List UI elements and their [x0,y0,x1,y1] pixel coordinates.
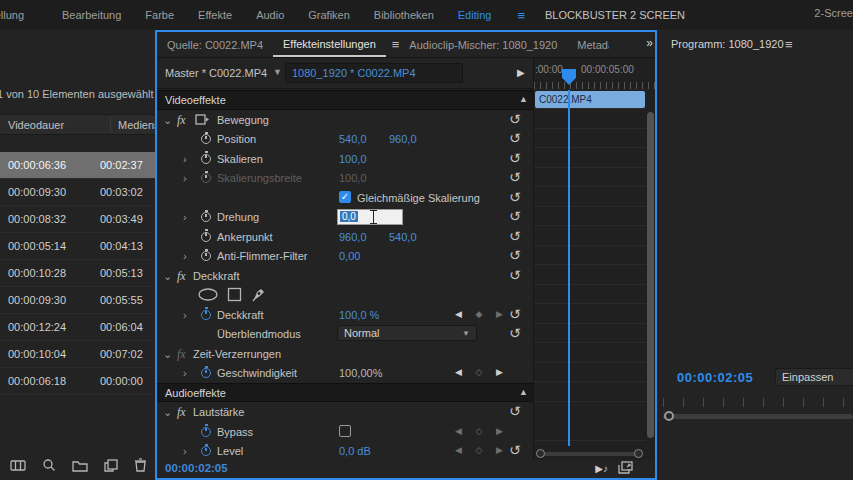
property-row-skalierungsbreite[interactable]: › Skalierungsbreite 100,0 ↺ [157,168,533,188]
timeline-zoom-bar[interactable] [536,449,643,458]
effect-row-deckkraft[interactable]: ⌄ fx Deckkraft ↺ [157,266,533,286]
scrubber-track[interactable] [663,414,853,419]
panel-menu-icon[interactable]: ≡ [392,37,400,52]
fx-badge-icon[interactable]: fx [177,405,186,420]
scrubber-playhead[interactable] [664,411,674,421]
workspace-menu-icon[interactable]: ≡ [517,8,525,23]
tab-audioclip-mischer[interactable]: Audioclip-Mischer: 1080_1920 [399,32,567,57]
zoom-bar-left-handle[interactable] [536,449,545,458]
next-keyframe-icon[interactable]: ▶ [496,367,503,377]
skalieren-value[interactable]: 100,0 [339,153,367,165]
next-keyframe-icon[interactable]: ▶ [496,445,503,455]
prev-keyframe-icon[interactable]: ◀ [455,367,462,377]
checkbox-unchecked-icon[interactable] [339,425,351,437]
workspace-tab-effekte[interactable]: Effekte [198,9,256,21]
property-row-geschwindigkeit[interactable]: › Geschwindigkeit 100,00% ◀◇▶ [157,363,533,383]
blend-mode-dropdown[interactable]: Normal ▼ [337,325,477,341]
effects-timeline-ruler[interactable]: :00:00 00:00:05:00 [533,58,655,89]
next-keyframe-icon[interactable]: ▶ [496,309,503,319]
video-effects-header[interactable]: Videoeffekte ▲ [157,90,533,110]
table-row[interactable]: 00:00:09:30 00:03:02 [0,179,155,206]
table-row[interactable]: 00:00:10:04 00:07:02 [0,341,155,368]
reset-icon[interactable]: ↺ [509,229,521,244]
next-keyframe-icon[interactable]: ▶ [496,426,503,436]
twirl-closed-icon[interactable]: › [183,250,187,262]
effects-timeline[interactable]: C0022.MP4 [533,90,655,460]
table-row[interactable]: 00:00:06:36 00:02:37 [0,152,155,179]
property-row-skalieren[interactable]: › Skalieren 100,0 ↺ [157,149,533,169]
prev-keyframe-icon[interactable]: ◀ [455,426,462,436]
ankerpunkt-y-value[interactable]: 540,0 [389,231,417,243]
workspace-tab-farbe[interactable]: Farbe [145,9,198,21]
add-keyframe-icon[interactable]: ◇ [476,426,483,436]
play-audio-only-icon[interactable]: ▶♪ [595,463,608,474]
position-y-value[interactable]: 960,0 [389,133,417,145]
twirl-closed-icon[interactable]: › [183,153,187,165]
current-timecode[interactable]: 00:00:02:05 [165,462,228,474]
position-x-value[interactable]: 540,0 [339,133,367,145]
zoom-bar-track[interactable] [540,452,639,456]
workspace-tab-bibliotheken[interactable]: Bibliotheken [374,9,458,21]
ankerpunkt-x-value[interactable]: 960,0 [339,231,367,243]
property-row-anti-flimmer[interactable]: › Anti-Flimmer-Filter 0,00 ↺ [157,246,533,266]
table-row[interactable]: 00:00:05:14 00:04:13 [0,233,155,260]
workspace-tab-2-screen[interactable]: 2-Screen [814,7,853,19]
table-row[interactable]: 00:00:12:24 00:06:04 [0,314,155,341]
collapse-triangle-icon[interactable]: ▲ [519,387,528,397]
tab-effekteinstellungen[interactable]: Effekteinstellungen [273,32,386,57]
reset-icon[interactable]: ↺ [509,190,521,205]
stopwatch-icon-active[interactable] [201,427,211,437]
table-row[interactable]: 00:00:06:18 00:00:00 [0,368,155,395]
icon-view-icon[interactable] [10,459,26,472]
zoom-level-dropdown[interactable]: Einpassen ▼ [775,368,853,386]
reset-icon[interactable]: ↺ [509,170,521,185]
workspace-tab-audio[interactable]: Audio [256,9,308,21]
property-row-drehung[interactable]: › Drehung 0,0 ↺ [157,207,533,227]
property-row-gleichmaessige-skalierung[interactable]: ✓ Gleichmäßige Skalierung ↺ [157,188,533,208]
twirl-closed-icon[interactable]: › [183,211,187,223]
tab-quelle[interactable]: Quelle: C0022.MP4 [157,32,273,57]
property-row-level[interactable]: › Level 0,0 dB ◀◇▶ ↺ [157,441,533,461]
add-keyframe-icon[interactable]: ◇ [476,445,483,455]
prev-keyframe-icon[interactable]: ◀ [455,445,462,455]
stopwatch-icon[interactable] [201,232,211,242]
checkbox-checked-icon[interactable]: ✓ [339,191,351,203]
vertical-scrollbar[interactable] [647,112,654,438]
twirl-open-icon[interactable]: ⌄ [163,406,172,419]
sequence-clip-selector[interactable]: 1080_1920 * C0022.MP4 [285,63,463,83]
fx-badge-icon[interactable]: fx [177,269,186,284]
stopwatch-icon[interactable] [201,212,211,222]
drehung-value-input[interactable]: 0,0 [337,209,403,225]
prev-keyframe-icon[interactable]: ◀ [455,309,462,319]
reset-icon[interactable]: ↺ [509,248,521,263]
reset-icon[interactable]: ↺ [509,443,521,458]
stopwatch-icon[interactable] [201,251,211,261]
rectangle-mask-icon[interactable] [227,287,242,302]
column-header-videodauer[interactable]: Videodauer [8,119,64,131]
column-header-medienstart[interactable]: Medienstart [118,119,155,131]
reset-icon[interactable]: ↺ [509,112,521,127]
twirl-open-icon[interactable]: ⌄ [163,348,172,361]
audio-effects-header[interactable]: Audioeffekte ▲ [157,383,533,403]
column-divider[interactable] [110,117,111,132]
zoom-icon[interactable] [42,458,56,472]
effect-row-lautstaerke[interactable]: ⌄ fx Lautstärke ↺ [157,402,533,422]
program-scrubber[interactable] [663,411,853,421]
stopwatch-icon-active[interactable] [201,368,211,378]
table-row[interactable]: 00:00:09:30 00:05:55 [0,287,155,314]
program-timecode[interactable]: 00:00:02:05 [677,370,753,385]
pen-mask-icon[interactable] [251,287,267,302]
chevron-down-icon[interactable]: ▼ [273,67,282,77]
stopwatch-icon-active[interactable] [201,310,211,320]
stopwatch-icon[interactable] [201,134,211,144]
collapse-triangle-icon[interactable]: ▲ [519,94,528,104]
tab-programm[interactable]: Programm: 1080_1920 [671,38,784,50]
reset-icon[interactable]: ↺ [509,131,521,146]
playhead-line[interactable] [568,90,570,446]
workspace-tab-editing[interactable]: Editing [458,9,516,21]
timeline-clip[interactable]: C0022.MP4 [535,91,645,108]
reset-icon[interactable]: ↺ [509,209,521,224]
new-bin-icon[interactable] [72,459,88,472]
reset-icon[interactable]: ↺ [509,151,521,166]
twirl-closed-icon[interactable]: › [183,172,187,184]
